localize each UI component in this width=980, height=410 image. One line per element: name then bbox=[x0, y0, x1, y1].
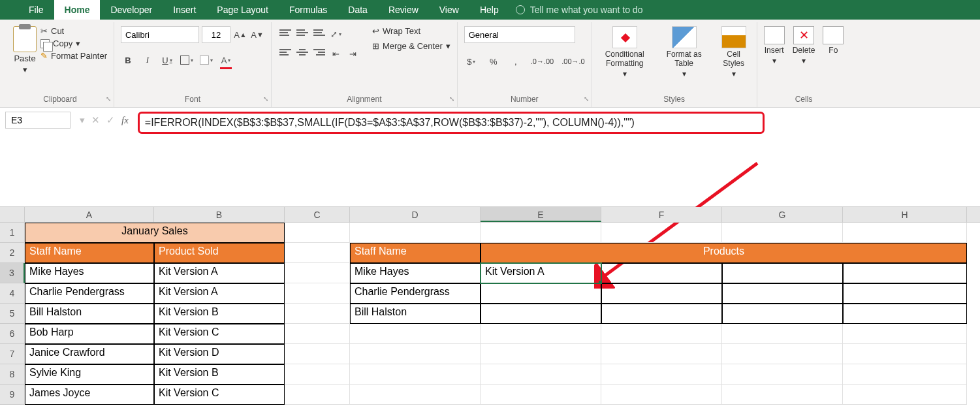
row-header[interactable]: 4 bbox=[0, 283, 25, 304]
cell[interactable] bbox=[722, 344, 843, 364]
decrease-indent-button[interactable]: ⇤ bbox=[329, 46, 343, 61]
col-header-h[interactable]: H bbox=[843, 207, 967, 222]
header-cell[interactable]: Product Sold bbox=[154, 243, 285, 263]
cell[interactable] bbox=[843, 263, 967, 283]
cell[interactable] bbox=[722, 324, 843, 344]
merge-center-button[interactable]: ⊞Merge & Center▾ bbox=[372, 41, 450, 51]
cell[interactable] bbox=[722, 263, 843, 283]
cell[interactable] bbox=[843, 385, 967, 405]
tab-file[interactable]: File bbox=[18, 0, 54, 20]
cell[interactable] bbox=[350, 364, 481, 385]
tell-me-search[interactable]: Tell me what you want to do bbox=[516, 0, 643, 20]
format-cells-button[interactable]: Fo bbox=[823, 26, 844, 55]
cell[interactable] bbox=[481, 283, 601, 304]
cell[interactable] bbox=[601, 283, 722, 304]
cell[interactable] bbox=[481, 344, 601, 364]
cut-button[interactable]: ✂Cut bbox=[40, 26, 107, 36]
cell[interactable]: James Joyce bbox=[25, 385, 154, 405]
copy-button[interactable]: Copy▾ bbox=[40, 39, 107, 48]
dialog-launcher-icon[interactable]: ⤡ bbox=[106, 95, 111, 102]
cell[interactable] bbox=[722, 364, 843, 385]
cell[interactable] bbox=[481, 385, 601, 405]
cell[interactable] bbox=[601, 364, 722, 385]
tab-insert[interactable]: Insert bbox=[163, 0, 206, 20]
accounting-format-button[interactable]: $▾ bbox=[464, 54, 479, 69]
decrease-decimal-button[interactable]: .00→.0 bbox=[561, 54, 584, 69]
comma-format-button[interactable]: , bbox=[509, 54, 523, 69]
row-header[interactable]: 1 bbox=[0, 223, 25, 243]
cell[interactable]: Kit Version A bbox=[154, 283, 285, 304]
underline-button[interactable]: U▾ bbox=[160, 52, 174, 68]
cell[interactable] bbox=[601, 385, 722, 405]
delete-cells-button[interactable]: ✕Delete▾ bbox=[793, 26, 815, 65]
font-size-input[interactable] bbox=[202, 26, 230, 43]
tab-review[interactable]: Review bbox=[378, 0, 429, 20]
wrap-text-button[interactable]: ↩Wrap Text bbox=[372, 26, 450, 36]
row-header[interactable]: 3 bbox=[0, 263, 25, 283]
cell[interactable]: Bill Halston bbox=[25, 304, 154, 324]
name-box[interactable] bbox=[5, 112, 71, 129]
cell[interactable] bbox=[481, 324, 601, 344]
enter-icon[interactable]: ✓ bbox=[106, 114, 115, 126]
decrease-font-button[interactable]: A▼ bbox=[250, 27, 264, 42]
tab-page-layout[interactable]: Page Layout bbox=[206, 0, 279, 20]
italic-button[interactable]: I bbox=[140, 52, 155, 68]
cell[interactable] bbox=[350, 223, 481, 243]
cell[interactable] bbox=[481, 223, 601, 243]
cell[interactable] bbox=[350, 324, 481, 344]
percent-format-button[interactable]: % bbox=[486, 54, 501, 69]
paste-button[interactable]: Paste ▾ bbox=[13, 26, 37, 74]
cell[interactable] bbox=[285, 223, 350, 243]
cell[interactable] bbox=[285, 243, 350, 263]
cell[interactable] bbox=[601, 344, 722, 364]
row-header[interactable]: 9 bbox=[0, 385, 25, 405]
cell[interactable] bbox=[350, 344, 481, 364]
cell[interactable]: Kit Version B bbox=[154, 304, 285, 324]
increase-indent-button[interactable]: ⇥ bbox=[346, 46, 360, 61]
cell[interactable] bbox=[843, 344, 967, 364]
row-header[interactable]: 8 bbox=[0, 364, 25, 385]
cell[interactable]: Mike Hayes bbox=[350, 263, 481, 283]
cell[interactable] bbox=[843, 283, 967, 304]
col-header-a[interactable]: A bbox=[25, 207, 154, 222]
row-header[interactable]: 6 bbox=[0, 324, 25, 344]
cell[interactable]: Charlie Pendergrass bbox=[350, 283, 481, 304]
tab-view[interactable]: View bbox=[429, 0, 469, 20]
cell[interactable]: Bob Harp bbox=[25, 324, 154, 344]
fx-icon[interactable]: fx bbox=[121, 115, 129, 126]
cell[interactable] bbox=[601, 223, 722, 243]
cell[interactable]: Kit Version D bbox=[154, 344, 285, 364]
cell[interactable] bbox=[285, 385, 350, 405]
col-header-e[interactable]: E bbox=[481, 207, 601, 222]
tab-formulas[interactable]: Formulas bbox=[279, 0, 338, 20]
increase-font-button[interactable]: A▲ bbox=[233, 27, 247, 42]
align-top-button[interactable] bbox=[278, 26, 292, 39]
cell[interactable] bbox=[722, 385, 843, 405]
insert-cells-button[interactable]: Insert▾ bbox=[764, 26, 785, 65]
cell[interactable]: Charlie Pendergrass bbox=[25, 283, 154, 304]
orientation-button[interactable]: ⤢▾ bbox=[329, 26, 343, 42]
header-cell[interactable]: Staff Name bbox=[350, 243, 481, 263]
format-as-table-button[interactable]: Format as Table▾ bbox=[661, 26, 707, 78]
font-name-input[interactable] bbox=[121, 26, 199, 43]
align-left-button[interactable] bbox=[278, 46, 292, 59]
conditional-formatting-button[interactable]: Conditional Formatting▾ bbox=[599, 26, 651, 78]
col-header-b[interactable]: B bbox=[154, 207, 285, 222]
bold-button[interactable]: B bbox=[121, 52, 135, 68]
font-color-button[interactable]: A▾ bbox=[219, 52, 233, 68]
cell[interactable] bbox=[722, 304, 843, 324]
dropdown-icon[interactable]: ▾ bbox=[80, 114, 85, 126]
header-cell[interactable]: Staff Name bbox=[25, 243, 154, 263]
cell[interactable] bbox=[601, 304, 722, 324]
cell[interactable] bbox=[601, 324, 722, 344]
align-middle-button[interactable] bbox=[295, 26, 309, 39]
cell[interactable] bbox=[285, 304, 350, 324]
cell[interactable] bbox=[285, 344, 350, 364]
row-header[interactable]: 5 bbox=[0, 304, 25, 324]
cell[interactable] bbox=[601, 263, 722, 283]
border-button[interactable]: ▾ bbox=[180, 52, 194, 68]
cell[interactable] bbox=[285, 263, 350, 283]
align-right-button[interactable] bbox=[312, 46, 326, 59]
formula-input[interactable]: =IFERROR(INDEX($B$3:$B$37,SMALL(IF(D$3=$… bbox=[138, 112, 765, 134]
cell[interactable] bbox=[722, 283, 843, 304]
